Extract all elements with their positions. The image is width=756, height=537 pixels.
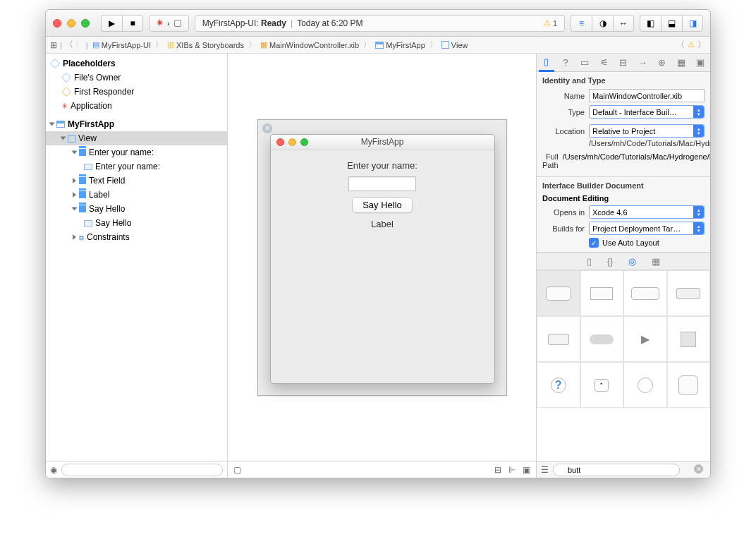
builds-for-select[interactable]: Project Deployment Tar… [589,222,705,235]
lib-push-button[interactable] [537,270,580,316]
connections-inspector-tab[interactable]: → [635,57,650,68]
related-items-icon[interactable]: ⊞ [50,40,57,50]
nine-inspector-tab[interactable]: ▣ [693,57,708,68]
disclosure-triangle-icon[interactable] [73,234,76,240]
ib-canvas[interactable]: ✕ MyFirstApp Enter your name: [228,54,536,461]
disclosure-triangle-icon[interactable] [61,137,66,140]
disclosure-triangle-icon[interactable] [73,178,76,183]
lib-rounded-textured-button[interactable] [667,270,711,316]
utilities-panel: ▯ ? ▭ ⚟ ⊟ → ⊕ ▦ ▣ Identity and Type Name… [536,54,710,478]
lib-disclosure-triangle[interactable]: ▶ [623,316,667,362]
control-icon [79,191,86,198]
lib-textured-button[interactable] [537,316,580,362]
bc-view[interactable]: View [440,41,470,49]
window-item[interactable]: MyFirstApp [46,117,227,131]
say-hello-button-cell[interactable]: Say Hello [46,216,227,230]
toggle-debug-button[interactable]: ⬓ [661,15,682,32]
bc-project[interactable]: ▤MyFirstApp-UI [91,40,152,49]
lib-bevel-button[interactable] [667,362,711,408]
stop-button[interactable]: ■ [122,15,143,32]
auto-layout-checkbox[interactable]: ✓ [589,238,599,248]
text-field-item[interactable]: Text Field [46,174,227,188]
size-inspector-tab[interactable]: ⊟ [616,57,631,68]
designed-say-hello-button[interactable]: Say Hello [352,197,413,213]
type-select[interactable]: Default - Interface Buil… [589,105,705,119]
minimize-window-button[interactable] [67,19,75,28]
disclosure-triangle-icon[interactable] [72,207,78,211]
disclosure-triangle-icon[interactable] [73,192,76,198]
disclosure-triangle-icon[interactable] [49,123,55,126]
identity-inspector-tab[interactable]: ▭ [577,57,592,68]
lib-square-button[interactable] [667,316,711,362]
toggle-outline-icon[interactable]: ▢ [233,465,241,475]
label-item[interactable]: Label [46,188,227,202]
effects-inspector-tab[interactable]: ▦ [673,57,689,68]
media-library-tab[interactable]: ▦ [652,256,660,267]
forward-button[interactable]: 〉 [75,39,83,51]
object-library-tab[interactable]: ◎ [628,256,636,267]
assistant-editor-button[interactable]: ◑ [592,15,613,32]
doc-editing-label: Document Editing [542,194,705,203]
first-responder-item[interactable]: First Responder [46,85,227,99]
enter-name-label-cell[interactable]: Enter your name: [46,145,227,159]
xcode-window: ▶ ■ ✳ › MyFirstApp-UI: Ready | Today at … [45,9,711,478]
bc-prev-issue[interactable]: 〈 [676,39,685,51]
lib-rounded-rect-button[interactable] [623,270,667,316]
ib-window-container[interactable]: ✕ MyFirstApp Enter your name: [257,119,507,396]
designed-label-output[interactable]: Label [371,219,394,229]
lib-gradient-button[interactable] [580,270,624,316]
library-search-input[interactable] [553,464,680,476]
view-item[interactable]: View [46,131,227,145]
location-select[interactable]: Relative to Project [589,124,705,138]
lib-help-button[interactable]: ? [537,362,580,408]
cube-icon [50,59,60,68]
bc-group[interactable]: ▥XIBs & Storyboards [166,40,245,49]
constraints-item[interactable]: ⧈ Constraints [46,230,227,244]
run-button[interactable]: ▶ [101,15,122,32]
designed-window[interactable]: MyFirstApp Enter your name: Say Hello La… [270,134,495,384]
back-button[interactable]: 〈 [65,39,73,51]
filter-icon[interactable]: ◉ [50,465,57,475]
say-hello-cell[interactable]: Say Hello [46,202,227,216]
toggle-utilities-button[interactable]: ◨ [682,15,703,32]
designed-zoom-icon [300,138,308,146]
name-field[interactable] [589,89,705,102]
pin-icon[interactable]: ⊩ [508,465,516,475]
standard-editor-button[interactable]: ≡ [571,15,592,32]
zoom-window-button[interactable] [81,19,90,28]
designed-label-enter-name[interactable]: Enter your name: [347,160,417,171]
container-close-icon[interactable]: ✕ [262,123,272,133]
bc-file[interactable]: ▦MainWindowController.xib [259,40,360,49]
disclosure-triangle-icon[interactable] [72,151,78,155]
bc-next-issue[interactable]: 〉 [697,39,706,51]
code-snippet-library-tab[interactable]: {} [607,256,614,267]
enter-name-label[interactable]: Enter your name: [46,159,227,174]
files-owner-item[interactable]: File's Owner [46,71,227,85]
bc-window[interactable]: MyFirstApp [374,41,427,49]
bc-warning-icon[interactable]: ⚠ [688,40,695,49]
clear-search-icon[interactable]: ✕ [694,464,703,473]
attributes-inspector-tab[interactable]: ⚟ [597,57,612,68]
lib-disclosure-button[interactable]: ⌃ [580,362,624,408]
version-editor-button[interactable]: ↔ [613,15,634,32]
opens-in-select[interactable]: Xcode 4.6 [589,205,705,219]
lib-round-button[interactable] [623,362,667,408]
application-item[interactable]: ✳ Application [46,99,227,113]
bindings-inspector-tab[interactable]: ⊕ [654,57,670,68]
quick-help-tab[interactable]: ? [558,57,573,68]
run-stop-group: ▶ ■ [101,15,143,32]
designed-view[interactable]: Enter your name: Say Hello Label [271,150,494,229]
auto-layout-checkbox-row[interactable]: ✓ Use Auto Layout [589,238,705,248]
scheme-selector[interactable]: ✳ › [149,15,189,32]
close-window-button[interactable] [53,19,61,28]
list-grid-toggle-icon[interactable]: ☰ [541,465,549,475]
designed-text-field[interactable] [348,176,416,191]
file-inspector-tab[interactable]: ▯ [539,54,554,72]
toggle-navigator-button[interactable]: ◧ [640,15,661,32]
outline-filter-input[interactable] [61,464,223,476]
align-icon[interactable]: ⊟ [494,465,501,475]
file-template-library-tab[interactable]: ▯ [587,256,592,267]
lib-recessed-button[interactable] [580,316,624,362]
warning-indicator[interactable]: ⚠ 1 [544,18,557,28]
resolve-issues-icon[interactable]: ▣ [523,465,530,475]
